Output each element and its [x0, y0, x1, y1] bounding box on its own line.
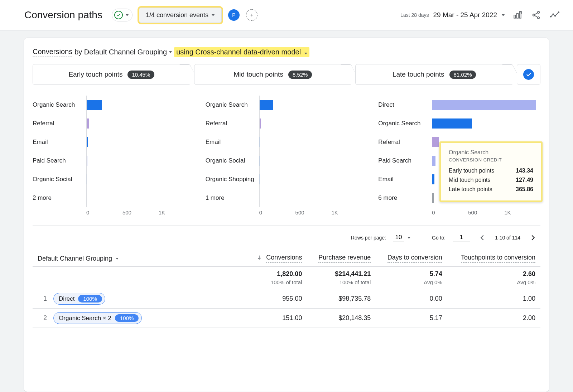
tooltip-subtitle: CONVERSION CREDIT	[449, 157, 533, 163]
segment-badge-p[interactable]: P	[228, 9, 240, 21]
value-cell: 151.00	[246, 309, 307, 328]
axis-tick: 1K	[159, 209, 195, 216]
bar	[87, 137, 88, 147]
bar	[87, 174, 87, 184]
axis-tick: 0	[86, 209, 122, 216]
table-row[interactable]: 2Organic Search × 2100%151.00$20,148.355…	[33, 309, 540, 328]
bar-row[interactable]: Organic Social	[33, 170, 195, 189]
insights-icon[interactable]	[549, 9, 561, 21]
bar-row[interactable]: Referral	[206, 114, 368, 133]
svg-line-7	[535, 15, 538, 17]
bar-label: Organic Social	[206, 157, 259, 164]
bar	[260, 156, 260, 166]
bar-row[interactable]: Paid Search	[33, 151, 195, 170]
prev-page-button[interactable]	[477, 232, 488, 243]
card-title-metric[interactable]: Conversions	[33, 48, 72, 57]
bar-label: Email	[206, 139, 259, 146]
tab-early-touch[interactable]: Early touch points 10.45%	[33, 64, 191, 85]
table-row[interactable]: 1Direct100%955.00$98,735.780.001.00	[33, 289, 540, 309]
totals-row: 1,820.00100% of total$214,441.21100% of …	[33, 267, 540, 289]
bar-row[interactable]: Email	[206, 133, 368, 151]
touchpoint-tabs: Early touch points 10.45% Mid touch poin…	[33, 64, 540, 85]
attribution-model-selector[interactable]: using Cross-channel data-driven model	[174, 47, 309, 57]
axis-tick: 1K	[504, 209, 540, 216]
bar-area	[86, 114, 195, 133]
status-pill[interactable]	[112, 9, 133, 21]
svg-point-10	[558, 12, 559, 13]
bar-row[interactable]: Organic Search	[33, 96, 195, 114]
bar	[432, 137, 439, 147]
chevron-down-icon	[408, 237, 410, 239]
tab-mid-pct: 8.52%	[288, 71, 312, 79]
axis: 05001K	[206, 209, 368, 216]
bar-area	[259, 133, 368, 151]
col-touchpoints[interactable]: Touchpoints to conversion	[447, 250, 540, 267]
goto-input[interactable]	[453, 233, 470, 242]
bar-cluster: Organic SearchReferralEmailOrganic Socia…	[206, 96, 368, 216]
rows-per-page-label: Rows per page:	[351, 235, 386, 241]
value-cell: 955.00	[246, 289, 307, 309]
tooltip-row: Mid touch points127.49	[449, 175, 533, 185]
bar-label: Paid Search	[378, 157, 432, 164]
col-days[interactable]: Days to conversion	[376, 250, 447, 267]
conversion-events-selector[interactable]: 1/4 conversion events	[139, 8, 222, 23]
bar-area	[432, 96, 540, 114]
chevron-down-icon	[116, 258, 119, 260]
bar-row[interactable]: Email	[33, 133, 195, 151]
tab-conversion[interactable]	[517, 64, 540, 85]
chevron-down-icon	[304, 53, 307, 54]
dim-cell: 1Direct100%	[33, 289, 246, 309]
bar-label: Referral	[378, 139, 432, 146]
bar	[87, 100, 102, 110]
bar-row[interactable]: Organic Search	[206, 96, 368, 114]
bar-row[interactable]: Organic Social	[206, 151, 368, 170]
axis-tick: 500	[468, 209, 504, 216]
bar-label: Referral	[33, 120, 86, 127]
bar-row[interactable]: Organic Search	[378, 114, 540, 133]
totals-cell: 1,820.00100% of total	[246, 267, 307, 289]
conversion-events-label: 1/4 conversion events	[146, 11, 208, 19]
tooltip-row: Late touch points365.86	[449, 185, 533, 194]
top-bar: Conversion paths 1/4 conversion events P…	[0, 0, 573, 30]
bar-row[interactable]: 1 more	[206, 189, 368, 207]
axis-tick: 500	[295, 209, 332, 216]
bar	[432, 174, 434, 184]
arrow-down-icon	[256, 254, 262, 262]
path-pill[interactable]: Direct100%	[53, 293, 105, 305]
col-revenue[interactable]: Purchase revenue	[307, 250, 376, 267]
col-conversions[interactable]: Conversions	[246, 250, 307, 267]
tab-late-touch[interactable]: Late touch points 81.02%	[355, 64, 513, 85]
bar-row[interactable]: Direct	[378, 96, 540, 114]
share-icon[interactable]	[530, 9, 542, 21]
rows-per-page-select[interactable]	[393, 233, 404, 242]
page-range: 1-10 of 114	[495, 235, 520, 241]
bar-label: 2 more	[33, 194, 86, 202]
bar-area	[259, 96, 368, 114]
date-range-control[interactable]: Last 28 days 29 Mar - 25 Apr 2022	[400, 11, 505, 19]
bar-cluster: Organic SearchReferralEmailPaid SearchOr…	[33, 96, 195, 216]
value-cell: $98,735.78	[307, 289, 376, 309]
next-page-button[interactable]	[528, 232, 538, 243]
svg-point-8	[553, 14, 554, 15]
tab-mid-touch[interactable]: Mid touch points 8.52%	[194, 64, 352, 85]
bar	[260, 118, 261, 129]
tab-late-pct: 81.02%	[449, 71, 476, 79]
add-segment-button[interactable]: +	[246, 9, 257, 21]
tab-early-pct: 10.45%	[127, 71, 154, 79]
chevron-down-icon	[501, 14, 505, 16]
axis: 05001K	[378, 209, 540, 216]
plus-icon: +	[250, 12, 253, 18]
svg-rect-0	[514, 15, 515, 18]
bar-row[interactable]: Organic Shopping	[206, 170, 368, 189]
dimension-header[interactable]: Default Channel Grouping	[38, 254, 119, 263]
bar-label: Direct	[378, 101, 432, 108]
bar-row[interactable]: 2 more	[33, 189, 195, 207]
path-pill[interactable]: Organic Search × 2100%	[53, 312, 142, 324]
totals-cell: 5.74Avg 0%	[376, 267, 447, 289]
card-title-by[interactable]: by Default Channel Grouping	[74, 48, 167, 56]
value-cell: 5.17	[376, 309, 447, 328]
customize-report-icon[interactable]	[511, 9, 524, 21]
svg-point-11	[550, 16, 552, 17]
bar-label: Email	[378, 176, 432, 183]
bar-row[interactable]: Referral	[33, 114, 195, 133]
